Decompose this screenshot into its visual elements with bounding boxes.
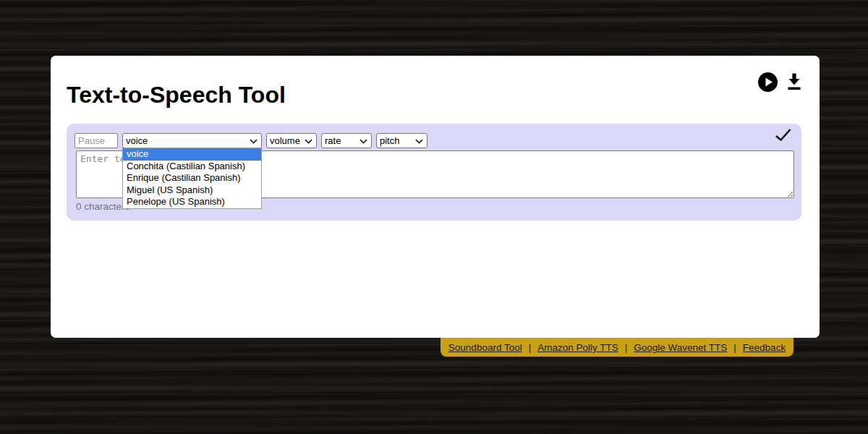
voice-option[interactable]: Conchita (Castilian Spanish): [123, 161, 261, 173]
volume-select-wrap: volume: [266, 133, 317, 148]
voice-option[interactable]: voice: [123, 148, 261, 161]
voice-option[interactable]: Miguel (US Spanish): [123, 184, 261, 197]
footer-separator: |: [529, 342, 532, 353]
play-button[interactable]: [758, 72, 778, 94]
toolbar: voice volume rate: [75, 133, 427, 148]
voice-select-wrap: voice: [122, 133, 262, 148]
volume-select[interactable]: volume: [266, 133, 317, 148]
checkmark-icon: [775, 128, 792, 142]
footer-separator: |: [625, 342, 628, 353]
footer-link-soundboard-tool[interactable]: Soundboard Tool: [448, 342, 522, 353]
voice-option[interactable]: Enrique (Castilian Spanish): [123, 172, 261, 184]
header-actions: [758, 72, 803, 94]
footer-separator: |: [733, 342, 736, 353]
voice-dropdown-list: voice Conchita (Castilian Spanish) Enriq…: [122, 148, 262, 209]
pitch-select[interactable]: pitch: [376, 133, 427, 148]
pitch-select-wrap: pitch: [376, 133, 427, 148]
pause-input[interactable]: [75, 133, 118, 148]
footer-link-amazon-polly-tts[interactable]: Amazon Polly TTS: [537, 342, 618, 353]
download-button[interactable]: [786, 72, 803, 94]
voice-select[interactable]: voice: [122, 133, 262, 148]
play-icon: [758, 72, 778, 94]
rate-select-wrap: rate: [321, 133, 372, 148]
rate-select[interactable]: rate: [321, 133, 372, 148]
footer-link-google-wavenet-tts[interactable]: Google Wavenet TTS: [634, 342, 727, 353]
download-icon: [786, 72, 803, 94]
app-card: Text-to-Speech Tool: [51, 56, 820, 338]
voice-option[interactable]: Penelope (US Spanish): [123, 196, 261, 208]
footer-link-feedback[interactable]: Feedback: [743, 342, 786, 353]
page-title: Text-to-Speech Tool: [67, 82, 286, 109]
